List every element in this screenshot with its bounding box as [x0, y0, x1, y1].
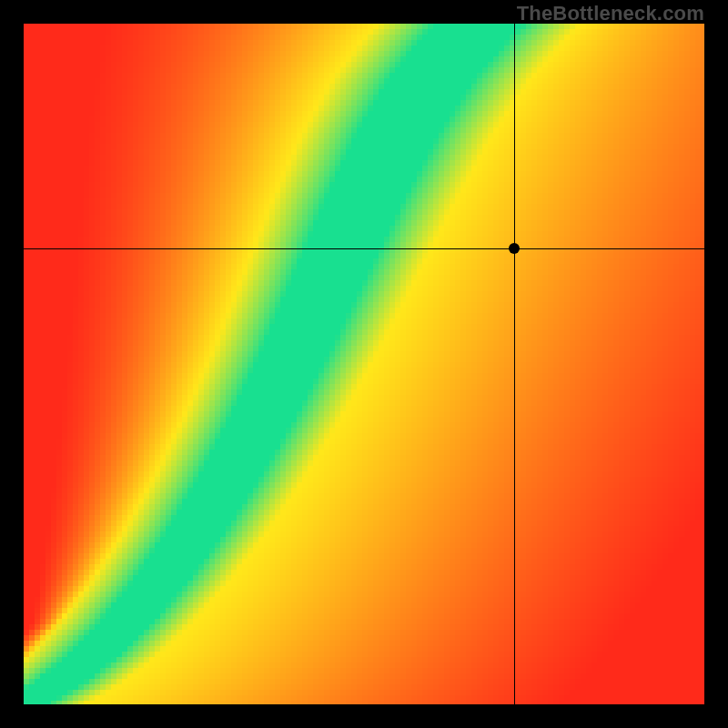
- chart-frame: TheBottleneck.com: [0, 0, 728, 728]
- heatmap-plot: [24, 24, 704, 704]
- watermark-label: TheBottleneck.com: [517, 2, 704, 25]
- heatmap-canvas: [24, 24, 704, 704]
